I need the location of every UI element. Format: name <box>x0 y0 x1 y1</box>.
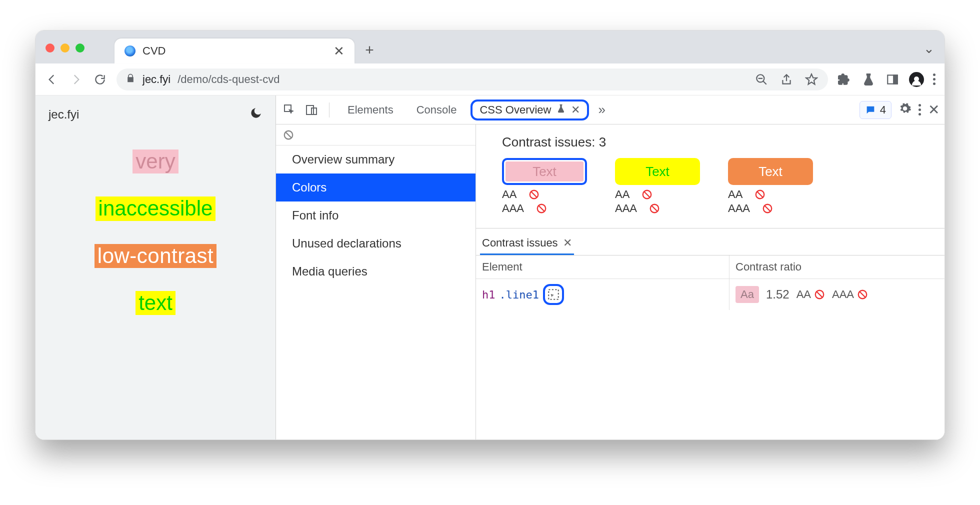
minimize-window-button[interactable] <box>60 44 70 52</box>
scroll-into-view-icon[interactable] <box>543 284 564 305</box>
device-toolbar-icon[interactable] <box>303 102 320 118</box>
contrast-swatch-2[interactable]: Text AA AAA <box>615 158 700 215</box>
swatch-preview: Text <box>728 158 813 185</box>
zoom-icon[interactable] <box>754 72 769 87</box>
col-element: Element <box>476 256 730 278</box>
fail-icon <box>528 189 540 200</box>
forward-button[interactable] <box>68 72 84 87</box>
toolbar: jec.fyi/demo/cds-quest-cvd <box>36 64 944 96</box>
sample-very: very <box>132 150 178 174</box>
favicon-icon <box>124 46 136 56</box>
tab-console[interactable]: Console <box>408 100 466 120</box>
lock-icon <box>126 73 136 86</box>
contrast-issues-tab[interactable]: Contrast issues ✕ <box>480 232 574 255</box>
aaa-label: AAA <box>728 202 750 215</box>
nav-media-queries[interactable]: Media queries <box>276 258 476 286</box>
css-overview-sidebar: Overview summary Colors Font info Unused… <box>276 124 476 440</box>
more-tabs-button[interactable]: » <box>594 102 609 118</box>
issues-indicator[interactable]: 4 <box>860 101 892 119</box>
inspect-element-icon[interactable] <box>281 102 298 118</box>
svg-rect-4 <box>306 106 314 114</box>
contrast-swatch-3[interactable]: Text AA AAA <box>728 158 813 215</box>
aaa-label: AAA <box>502 202 524 215</box>
aaa-label: AAA <box>832 288 854 301</box>
new-tab-button[interactable]: + <box>360 42 380 58</box>
labs-icon[interactable] <box>861 72 876 87</box>
col-ratio: Contrast ratio <box>730 256 944 278</box>
tab-css-overview-label: CSS Overview <box>480 104 551 116</box>
browser-menu-button[interactable] <box>933 74 936 85</box>
swatch-preview: Text <box>502 158 587 185</box>
browser-tab[interactable]: CVD ✕ <box>114 38 354 64</box>
aa-label: AA <box>728 188 742 201</box>
contrast-swatch-1[interactable]: Text AA AAA <box>502 158 587 215</box>
aa-label: AA <box>502 188 516 201</box>
svg-rect-13 <box>548 290 558 300</box>
nav-font-info[interactable]: Font info <box>276 202 476 230</box>
sample-low-contrast: low-contrast <box>94 244 216 268</box>
devtools-tabbar: Elements Console CSS Overview ✕ » 4 ✕ <box>276 96 944 124</box>
fail-icon <box>857 289 868 300</box>
tab-title: CVD <box>142 44 326 58</box>
fail-icon <box>814 289 825 300</box>
fail-icon <box>762 203 773 214</box>
devtools-panel: Elements Console CSS Overview ✕ » 4 ✕ <box>276 96 944 440</box>
extensions-icon[interactable] <box>837 72 852 87</box>
browser-window: CVD ✕ + ⌄ jec.fyi/demo/cds-quest-cvd <box>35 30 945 440</box>
side-panel-icon[interactable] <box>885 72 900 87</box>
contrast-issues-panel: Contrast issues ✕ Element Contrast ratio… <box>476 228 944 310</box>
nav-unused-declarations[interactable]: Unused declarations <box>276 230 476 258</box>
url-path: /demo/cds-quest-cvd <box>178 73 280 86</box>
share-icon[interactable] <box>779 72 794 87</box>
contrast-swatches: Text AA AAA Text AA AAA <box>476 158 944 228</box>
close-devtools-button[interactable]: ✕ <box>928 102 940 118</box>
close-panel-icon[interactable]: ✕ <box>563 236 572 250</box>
sample-text: text <box>136 291 176 315</box>
profile-avatar[interactable] <box>909 72 924 87</box>
svg-rect-2 <box>894 75 898 84</box>
element-tag: h1 <box>482 288 496 301</box>
clear-overview-button[interactable] <box>276 124 476 146</box>
url-domain: jec.fyi <box>142 73 170 86</box>
window-controls <box>46 44 84 52</box>
devtools-menu-button[interactable] <box>918 104 921 116</box>
settings-icon[interactable] <box>898 102 912 118</box>
address-bar[interactable]: jec.fyi/demo/cds-quest-cvd <box>116 68 828 90</box>
tabs-menu-button[interactable]: ⌄ <box>924 41 934 56</box>
theme-toggle-icon[interactable] <box>250 106 262 122</box>
nav-overview-summary[interactable]: Overview summary <box>276 146 476 174</box>
aa-label: AA <box>796 288 811 301</box>
aa-label: AA <box>615 188 630 201</box>
element-class: .line1 <box>500 288 539 301</box>
contrast-issues-tab-label: Contrast issues <box>482 236 558 250</box>
bookmark-star-icon[interactable] <box>804 72 819 87</box>
close-tab-button[interactable]: ✕ <box>334 44 344 59</box>
back-button[interactable] <box>44 72 60 87</box>
rendered-page: jec.fyi very inaccessible low-contrast t… <box>36 96 276 440</box>
table-row[interactable]: h1.line1 Aa 1.52 AA AAA <box>476 279 944 310</box>
content-area: jec.fyi very inaccessible low-contrast t… <box>36 96 944 440</box>
contrast-issues-heading: Contrast issues: 3 <box>476 124 944 158</box>
sample-inaccessible: inaccessible <box>96 196 216 220</box>
swatch-preview: Text <box>615 158 700 185</box>
table-header: Element Contrast ratio <box>476 256 944 279</box>
contrast-ratio-value: 1.52 <box>766 288 790 302</box>
tab-elements[interactable]: Elements <box>338 100 402 120</box>
site-label: jec.fyi <box>48 108 79 122</box>
tab-css-overview[interactable]: CSS Overview ✕ <box>470 100 589 120</box>
fail-icon <box>642 189 652 200</box>
issues-count: 4 <box>880 104 886 116</box>
maximize-window-button[interactable] <box>76 44 84 52</box>
close-tab-icon[interactable]: ✕ <box>571 104 580 116</box>
experiment-icon <box>556 104 566 116</box>
fail-icon <box>649 203 660 214</box>
reload-button[interactable] <box>92 72 108 87</box>
separator <box>329 102 330 118</box>
close-window-button[interactable] <box>46 44 54 52</box>
aaa-label: AAA <box>615 202 637 215</box>
nav-colors[interactable]: Colors <box>276 174 476 202</box>
fail-icon <box>754 189 766 200</box>
tab-strip: CVD ✕ + ⌄ <box>36 30 944 64</box>
fail-icon <box>536 203 547 214</box>
css-overview-main: Contrast issues: 3 Text AA AAA Text <box>476 124 944 440</box>
